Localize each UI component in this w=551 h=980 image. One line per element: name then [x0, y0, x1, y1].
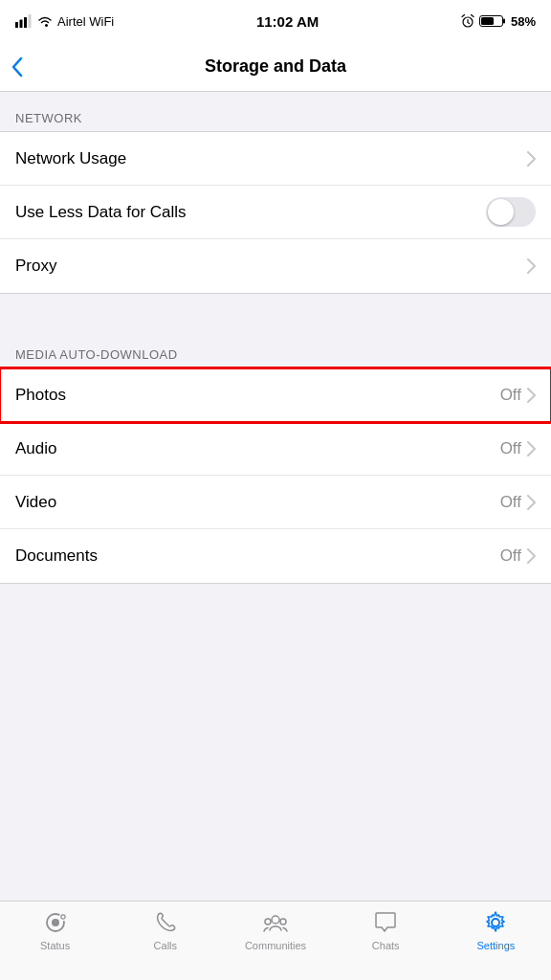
- back-button[interactable]: [11, 56, 23, 78]
- svg-point-14: [280, 919, 286, 924]
- chevron-right-icon: [527, 388, 536, 403]
- tab-chats-label: Chats: [372, 940, 400, 951]
- status-bar: Airtel WiFi 11:02 AM 58%: [0, 0, 551, 42]
- group-spacer-1: [0, 294, 551, 328]
- svg-point-13: [265, 919, 271, 924]
- documents-row[interactable]: Documents Off: [0, 529, 551, 583]
- chevron-right-icon: [527, 151, 536, 167]
- section-header-network: NETWORK: [0, 92, 551, 131]
- audio-row[interactable]: Audio Off: [0, 422, 551, 476]
- page-title: Storage and Data: [205, 56, 346, 77]
- nav-bar: Storage and Data: [0, 42, 551, 92]
- svg-rect-3: [29, 14, 32, 28]
- photos-row[interactable]: Photos Off: [0, 368, 551, 422]
- svg-rect-2: [24, 17, 27, 28]
- svg-point-12: [272, 916, 279, 924]
- toggle-knob: [488, 199, 514, 225]
- network-usage-row[interactable]: Network Usage: [0, 132, 551, 186]
- battery-icon: [479, 14, 506, 28]
- use-less-data-toggle[interactable]: [486, 197, 536, 227]
- chevron-right-icon: [527, 258, 536, 274]
- photos-value: Off: [500, 386, 521, 405]
- tab-chats[interactable]: Chats: [331, 909, 441, 951]
- use-less-data-right: [486, 197, 536, 227]
- status-tab-icon: [42, 909, 69, 936]
- tab-communities-label: Communities: [245, 940, 306, 951]
- network-group: Network Usage Use Less Data for Calls Pr…: [0, 131, 551, 294]
- proxy-right: [527, 258, 536, 274]
- network-usage-right: [527, 151, 536, 167]
- calls-tab-icon: [152, 909, 179, 936]
- documents-label: Documents: [15, 546, 98, 566]
- communities-tab-icon: [262, 909, 289, 936]
- tab-settings[interactable]: Settings: [441, 909, 551, 951]
- audio-value: Off: [500, 439, 521, 458]
- network-usage-label: Network Usage: [15, 149, 126, 168]
- svg-point-9: [52, 919, 59, 926]
- photos-right: Off: [500, 386, 536, 405]
- chevron-right-icon: [527, 548, 536, 564]
- documents-right: Off: [500, 546, 536, 566]
- use-less-data-row[interactable]: Use Less Data for Calls: [0, 186, 551, 239]
- documents-value: Off: [500, 546, 521, 566]
- alarm-icon: [461, 14, 474, 28]
- svg-rect-0: [15, 22, 18, 28]
- audio-right: Off: [500, 439, 536, 458]
- tab-status-label: Status: [40, 940, 70, 951]
- svg-point-15: [492, 919, 499, 926]
- signal-icon: [15, 14, 33, 28]
- media-group: Photos Off Audio Off Video Off: [0, 368, 551, 584]
- tab-status[interactable]: Status: [0, 909, 110, 951]
- tab-bar: Status Calls Communities Chats Set: [0, 901, 551, 980]
- carrier-wifi: Airtel WiFi: [15, 14, 114, 29]
- video-right: Off: [500, 493, 536, 512]
- video-row[interactable]: Video Off: [0, 476, 551, 529]
- photos-label: Photos: [15, 386, 66, 405]
- proxy-row[interactable]: Proxy: [0, 239, 551, 293]
- main-content: NETWORK Network Usage Use Less Data for …: [0, 92, 551, 980]
- video-value: Off: [500, 493, 521, 512]
- svg-rect-1: [20, 20, 23, 29]
- chevron-right-icon: [527, 441, 536, 457]
- svg-rect-6: [503, 19, 505, 24]
- tab-communities[interactable]: Communities: [220, 909, 330, 951]
- svg-rect-7: [481, 17, 494, 25]
- proxy-label: Proxy: [15, 256, 56, 276]
- video-label: Video: [15, 493, 56, 512]
- settings-tab-icon: [482, 909, 509, 936]
- wifi-icon: [37, 15, 53, 28]
- section-header-media: MEDIA AUTO-DOWNLOAD: [0, 328, 551, 368]
- tab-calls[interactable]: Calls: [110, 909, 220, 951]
- svg-point-11: [61, 916, 64, 919]
- chevron-right-icon: [527, 495, 536, 510]
- status-right: 58%: [461, 14, 536, 29]
- tab-settings-label: Settings: [477, 940, 516, 951]
- tab-calls-label: Calls: [154, 940, 177, 951]
- status-time: 11:02 AM: [256, 13, 319, 30]
- audio-label: Audio: [15, 439, 56, 458]
- use-less-data-label: Use Less Data for Calls: [15, 203, 187, 222]
- back-chevron-icon: [11, 56, 23, 78]
- chats-tab-icon: [372, 909, 399, 936]
